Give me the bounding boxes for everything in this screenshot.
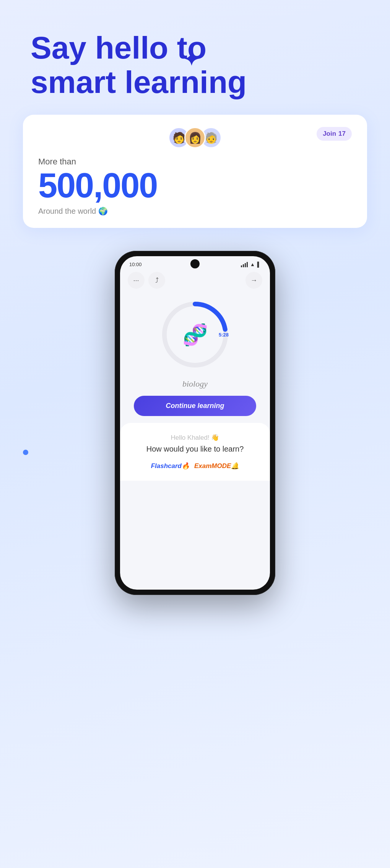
- circle-inner: 🧬: [182, 323, 208, 347]
- exammode-option[interactable]: ExamMODE🔔: [194, 462, 239, 470]
- next-button[interactable]: →: [245, 272, 262, 289]
- menu-button[interactable]: ···: [128, 272, 145, 289]
- phone-screen: 10:00 ▲ ▌ ···: [120, 256, 270, 590]
- phone-notch: [190, 259, 200, 268]
- avatars-row: 🧑 👩 🧓: [38, 127, 352, 150]
- progress-section: 🧬 5:28: [120, 296, 270, 373]
- phone-section: 10:00 ▲ ▌ ···: [0, 251, 390, 618]
- phone-toolbar: ··· ⤴ →: [120, 267, 270, 293]
- flashcard-option[interactable]: Flashcard🔥: [151, 462, 190, 470]
- share-button[interactable]: ⤴: [148, 272, 165, 289]
- dna-icon: 🧬: [182, 323, 208, 347]
- bottom-card: Hello Khaled! 👋 How would you like to le…: [120, 423, 270, 481]
- user-count: 500,000: [38, 168, 352, 203]
- more-than-label: More than: [38, 157, 352, 167]
- timer-badge: 5:28: [219, 332, 229, 338]
- share-icon: ⤴: [155, 276, 159, 284]
- battery-icon: ▌: [257, 262, 261, 267]
- continue-learning-button[interactable]: Continue learning: [134, 396, 256, 416]
- phone-time: 10:00: [129, 262, 142, 267]
- stats-card: 🧑 👩 🧓 Join 17 More than 500,000 Around t…: [23, 115, 367, 228]
- hero-title: Say hello to smart learning ✦: [31, 31, 260, 99]
- wifi-icon: ▲: [250, 262, 255, 267]
- join-badge[interactable]: Join 17: [317, 127, 352, 141]
- sparkle-icon: ✦: [184, 50, 199, 70]
- signal-icon: [241, 262, 248, 267]
- around-world-label: Around the world 🌍: [38, 206, 352, 216]
- dots-icon: ···: [133, 276, 139, 284]
- decorative-dot: [23, 450, 28, 455]
- hero-section: Say hello to smart learning ✦: [0, 0, 390, 115]
- status-icons: ▲ ▌: [241, 262, 261, 267]
- phone-mockup: 10:00 ▲ ▌ ···: [115, 251, 275, 595]
- arrow-right-icon: →: [250, 276, 257, 284]
- avatar-2: 👩: [184, 127, 206, 148]
- progress-circle: 🧬 5:28: [157, 296, 233, 373]
- subject-label: biology: [120, 379, 270, 389]
- hello-text: Hello Khaled! 👋: [129, 434, 261, 442]
- learn-options: Flashcard🔥 ExamMODE🔔: [129, 462, 261, 470]
- learn-question: How would you like to learn?: [129, 445, 261, 454]
